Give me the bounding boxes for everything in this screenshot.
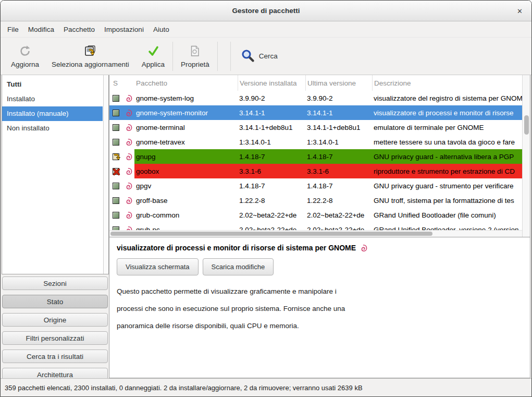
detail-description-line: processi che sono in esecuzione sul prop… — [117, 300, 523, 317]
table-row[interactable]: gnome-system-log 3.9.90-2 3.9.90-2 visua… — [109, 91, 522, 105]
latest-version: 1:3.14.0-1 — [305, 135, 372, 149]
table-row[interactable]: groff-base 1.22.2-8 1.22.2-8 GNU troff, … — [109, 193, 522, 208]
column-header-package[interactable]: Pacchetto — [134, 75, 238, 91]
installed-version: 3.3.1-6 — [238, 164, 305, 178]
reload-button[interactable]: Aggiorna — [5, 42, 45, 70]
debian-swirl-icon — [125, 153, 132, 161]
debian-swirl-icon — [125, 94, 132, 102]
table-row[interactable]: gpgv 1.4.18-7 1.4.18-7 GNU privacy guard… — [109, 178, 522, 193]
detail-description-line: panoramica delle risorse disponibili, qu… — [117, 317, 523, 334]
search-label: Cerca — [259, 52, 278, 60]
apply-check-icon — [146, 44, 160, 58]
horizontal-scrollbar-thumb[interactable] — [110, 232, 432, 236]
package-description: GRand Unified Bootloader (file comuni) — [372, 208, 522, 222]
status-icon[interactable] — [113, 139, 119, 146]
latest-version: 3.9.90-2 — [305, 91, 372, 105]
titlebar[interactable]: Gestore di pacchetti ✕ — [1, 1, 531, 21]
filter-item-tutti[interactable]: Tutti — [2, 77, 103, 92]
package-description: visualizzatore di processi e monitor di … — [372, 105, 522, 120]
vertical-scrollbar[interactable] — [522, 75, 530, 237]
filter-item-non-installato[interactable]: Non installato — [2, 121, 103, 136]
latest-version: 3.14.1-1 — [305, 105, 372, 120]
installed-version: 2.02~beta2-22+de — [238, 208, 305, 222]
filter-scrollbar-track[interactable] — [103, 75, 108, 274]
debian-swirl-icon — [125, 211, 132, 219]
table-row[interactable]: gnome-tetravex 1:3.14.0-1 1:3.14.0-1 met… — [109, 135, 522, 149]
properties-button[interactable]: Proprietà — [175, 42, 216, 70]
table-row-marked-reinstall[interactable]: gnupg 1.4.18-7 1.4.18-7 GNU privacy guar… — [109, 149, 522, 164]
installed-version: 1.22.2-8 — [238, 193, 305, 208]
installed-version: 3.14.1-1+deb8u1 — [238, 120, 305, 135]
status-icon[interactable] — [113, 197, 119, 204]
table-row[interactable]: gnome-terminal 3.14.1-1+deb8u1 3.14.1-1+… — [109, 120, 522, 135]
package-table: S Pacchetto Versione installata Ultima v… — [109, 75, 530, 237]
menu-modifica[interactable]: Modifica — [23, 23, 59, 36]
debian-swirl-icon — [125, 182, 132, 190]
horizontal-scrollbar[interactable] — [109, 230, 522, 237]
package-name: gnome-system-log — [134, 91, 238, 105]
package-description: GNU troff, sistema per la formattazione … — [372, 193, 522, 208]
status-icon-reinstall[interactable] — [113, 153, 119, 160]
status-icon[interactable] — [113, 124, 119, 131]
close-icon[interactable]: ✕ — [514, 6, 525, 16]
column-header-status[interactable]: S — [109, 75, 123, 91]
debian-swirl-icon — [125, 124, 132, 131]
sections-button[interactable]: Sezioni — [2, 276, 108, 290]
origin-button[interactable]: Origine — [2, 313, 108, 327]
custom-filters-button[interactable]: Filtri personalizzati — [2, 331, 108, 345]
filter-list[interactable]: Tutti Installato Installato (manuale) No… — [2, 75, 109, 274]
installed-version: 1:3.14.0-1 — [238, 135, 305, 149]
reload-label: Aggiorna — [11, 61, 39, 68]
menu-pacchetto[interactable]: Pacchetto — [59, 23, 100, 36]
column-header-installed-version[interactable]: Versione installata — [238, 75, 305, 91]
status-icon-remove[interactable] — [113, 168, 119, 175]
apply-button[interactable]: Applica — [135, 42, 171, 70]
search-results-button[interactable]: Cerca tra i risultati — [2, 350, 108, 363]
mark-all-upgrades-button[interactable]: Seleziona aggiornamenti — [45, 42, 135, 70]
reload-icon — [18, 44, 32, 58]
filter-item-installato-manuale[interactable]: Installato (manuale) — [2, 106, 103, 121]
statusbar-text: 359 pacchetti elencati, 2300 installati,… — [5, 384, 363, 392]
column-header-description[interactable]: Descrizione — [372, 75, 522, 91]
toolbar-separator — [217, 42, 218, 71]
menu-file[interactable]: File — [3, 23, 23, 36]
package-name: goobox — [134, 164, 238, 178]
status-icon[interactable] — [113, 110, 119, 116]
column-header-latest-version[interactable]: Ultima versione — [305, 75, 372, 91]
latest-version: 3.14.1-1+deb8u1 — [305, 120, 372, 135]
status-icon[interactable] — [113, 183, 119, 189]
apply-label: Applica — [142, 61, 165, 68]
table-row[interactable]: grub-common 2.02~beta2-22+de 2.02~beta2-… — [109, 208, 522, 222]
status-button[interactable]: Stato — [2, 295, 108, 308]
toolbar-separator — [172, 42, 173, 71]
detail-description-line: Questo pacchetto permette di visualizzar… — [117, 283, 523, 300]
synaptic-window: Gestore di pacchetti ✕ File Modifica Pac… — [0, 0, 532, 397]
search-button[interactable]: Cerca — [236, 46, 283, 66]
latest-version: 2.02~beta2-22+de — [305, 208, 372, 222]
download-changelog-button[interactable]: Scarica modifiche — [203, 258, 274, 275]
mark-all-upgrades-icon — [83, 44, 97, 58]
package-name: grub-common — [134, 208, 238, 222]
table-row-marked-removal[interactable]: goobox 3.3.1-6 3.3.1-6 riproduttore e st… — [109, 164, 522, 178]
debian-swirl-icon — [125, 138, 132, 146]
table-row-selected[interactable]: gnome-system-monitor 3.14.1-1 3.14.1-1 v… — [109, 105, 522, 120]
package-name: gnupg — [134, 149, 238, 164]
statusbar: 359 pacchetti elencati, 2300 installati,… — [1, 378, 531, 396]
right-panel: S Pacchetto Versione installata Ultima v… — [109, 75, 530, 378]
view-screenshot-button[interactable]: Visualizza schermata — [117, 258, 199, 275]
column-header-icon[interactable] — [123, 75, 134, 91]
package-description: visualizzatore del registro di sistema p… — [372, 91, 522, 105]
filter-item-installato[interactable]: Installato — [2, 92, 103, 106]
window-title: Gestore di pacchetti — [232, 7, 300, 15]
package-name: gnome-system-monitor — [134, 105, 238, 120]
status-icon[interactable] — [113, 95, 119, 102]
status-icon[interactable] — [113, 212, 119, 219]
menu-impostazioni[interactable]: Impostazioni — [100, 23, 149, 36]
detail-description: Questo pacchetto permette di visualizzar… — [117, 283, 523, 334]
installed-version: 1.4.18-7 — [238, 149, 305, 164]
menubar: File Modifica Pacchetto Impostazioni Aiu… — [1, 21, 531, 37]
debian-swirl-icon — [125, 197, 132, 204]
vertical-scrollbar-thumb[interactable] — [524, 115, 529, 135]
menu-aiuto[interactable]: Aiuto — [149, 23, 174, 36]
installed-version: 3.9.90-2 — [238, 91, 305, 105]
